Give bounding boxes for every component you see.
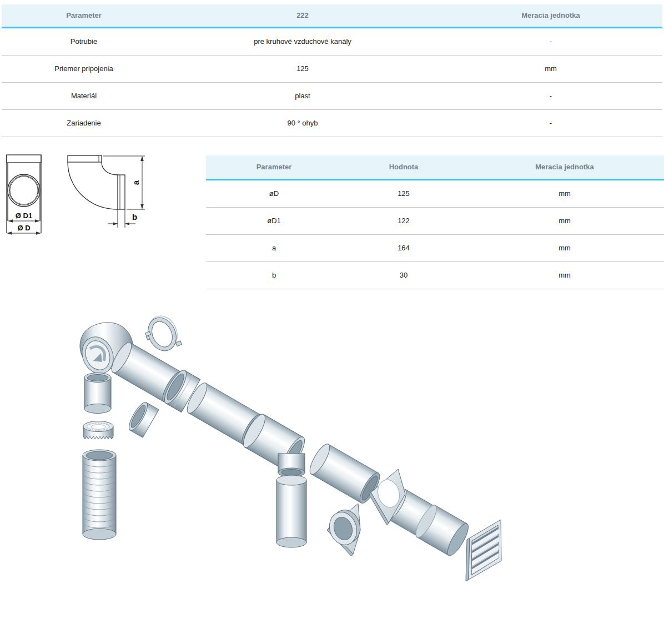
table-cell: - xyxy=(439,28,662,55)
table-cell: mm xyxy=(465,262,664,289)
table-cell: Zariadenie xyxy=(2,110,166,137)
clamp-part xyxy=(140,311,183,356)
table-row: øD1 122 mm xyxy=(206,208,664,235)
table-cell: øD xyxy=(206,180,342,207)
dim-label-b: b xyxy=(132,212,137,222)
table-cell: pre kruhové vzduchové kanály xyxy=(166,28,439,55)
side-view: a b xyxy=(68,155,145,228)
dim-header-parameter: Parameter xyxy=(206,155,342,179)
table-row: Potrubie pre kruhové vzduchové kanály - xyxy=(2,28,662,56)
sleeve-part xyxy=(84,373,111,414)
table-cell: a xyxy=(206,235,342,261)
spec-table-header-row: Parameter 222 Meracia jednotka xyxy=(2,4,662,28)
dim-header-unit: Meracia jednotka xyxy=(465,155,664,179)
table-cell: 125 xyxy=(342,180,465,207)
coupler-part xyxy=(126,400,159,437)
dim-label-a: a xyxy=(131,180,140,185)
table-cell: mm xyxy=(465,180,664,207)
table-cell: 90 ° ohyb xyxy=(166,110,439,137)
tee-branch xyxy=(278,454,305,477)
table-row: b 30 mm xyxy=(206,262,664,289)
dimension-table: Parameter Hodnota Meracia jednotka øD 12… xyxy=(206,155,664,289)
grille-part xyxy=(466,520,501,581)
product-spec-page: Parameter 222 Meracia jednotka Potrubie … xyxy=(0,0,664,644)
table-row: Materiál plast - xyxy=(2,83,662,110)
table-cell: 125 xyxy=(166,56,439,82)
spec-header-parameter: Parameter xyxy=(2,4,166,27)
table-cell: mm xyxy=(465,235,664,261)
connector-ring-part xyxy=(83,421,113,440)
table-cell: b xyxy=(206,262,342,289)
dim-header-value: Hodnota xyxy=(342,155,465,179)
flexible-duct-part xyxy=(83,450,116,540)
spec-header-unit: Meracia jednotka xyxy=(439,4,662,27)
technical-drawing: Ø D1 Ø D a xyxy=(4,152,150,240)
table-cell: - xyxy=(439,110,662,137)
table-row: Zariadenie 90 ° ohyb - xyxy=(2,110,662,137)
dim-label-d1: Ø D1 xyxy=(16,212,32,220)
table-cell: Materiál xyxy=(2,83,166,109)
dimension-table-header-row: Parameter Hodnota Meracia jednotka xyxy=(206,155,664,180)
table-cell: 164 xyxy=(342,235,465,261)
duct-assembly-illustration xyxy=(0,310,664,644)
front-view: Ø D1 Ø D xyxy=(7,155,41,235)
table-cell: 30 xyxy=(342,262,465,289)
table-row: a 164 mm xyxy=(206,235,664,262)
table-cell: 122 xyxy=(342,208,465,234)
spigot-plate-part xyxy=(325,504,364,556)
table-cell: mm xyxy=(465,208,664,234)
table-cell: øD1 xyxy=(206,208,342,234)
table-cell: Potrubie xyxy=(2,28,166,55)
spec-header-model: 222 xyxy=(166,4,439,27)
spec-table: Parameter 222 Meracia jednotka Potrubie … xyxy=(2,4,662,137)
table-row: Priemer pripojenia 125 mm xyxy=(2,56,662,83)
table-cell: - xyxy=(439,83,662,109)
table-cell: plast xyxy=(166,83,439,109)
dim-label-d: Ø D xyxy=(17,224,30,232)
table-cell: mm xyxy=(439,56,662,82)
vertical-pipe-part xyxy=(276,475,306,547)
table-cell: Priemer pripojenia xyxy=(2,56,166,82)
table-row: øD 125 mm xyxy=(206,180,664,208)
